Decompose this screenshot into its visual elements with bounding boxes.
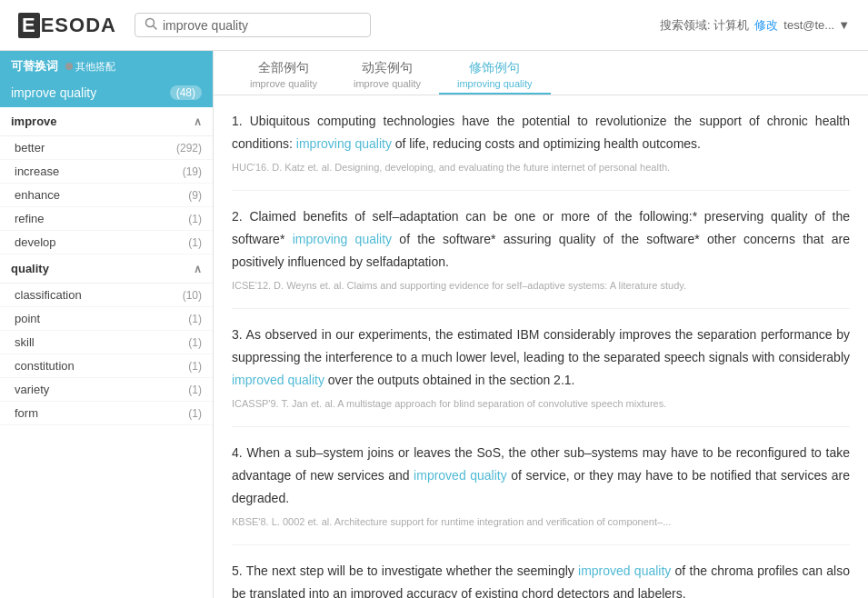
item-label-point: point	[15, 312, 40, 325]
item-count-develop: (1)	[188, 236, 202, 249]
other-match-label: 其他搭配	[75, 60, 115, 74]
modify-link[interactable]: 修改	[754, 17, 778, 34]
sentence-5-highlight: improved quality	[578, 563, 671, 578]
item-label-form: form	[15, 406, 38, 420]
sentence-block-3: 3. As observed in our experiments, the e…	[232, 309, 850, 427]
search-icon	[145, 17, 157, 33]
sidebar-query[interactable]: improve quality (48)	[0, 82, 213, 107]
logo-e-box: E	[18, 13, 40, 38]
item-count-form: (1)	[188, 407, 202, 420]
sidebar-replaceable-label: 可替换词	[11, 58, 58, 75]
item-count-point: (1)	[188, 313, 202, 325]
sidebar-item-form[interactable]: form (1)	[0, 402, 213, 425]
item-count-skill: (1)	[188, 336, 202, 349]
item-label-constitution: constitution	[15, 359, 75, 373]
item-count-increase: (19)	[183, 165, 202, 178]
sidebar-item-variety[interactable]: variety (1)	[0, 378, 213, 402]
header: EESODA 搜索领域: 计算机 修改 test@te... ▼	[0, 0, 868, 51]
sentence-ref-2: ICSE'12. D. Weyns et. al. Claims and sup…	[232, 279, 850, 293]
sentence-text-2: 2. Claimed benefits of self–adaptation c…	[232, 205, 850, 274]
tab-all-sentences[interactable]: 全部例句 improve quality	[232, 51, 335, 95]
sentence-ref-4: KBSE'8. L. 0002 et. al. Architecture sup…	[232, 515, 850, 529]
sidebar-section-quality: quality ∧ classification (10) point (1) …	[0, 254, 213, 425]
item-label-skill: skill	[15, 335, 35, 349]
sentence-3-highlight: improved quality	[232, 373, 324, 387]
search-input[interactable]	[163, 18, 361, 33]
item-label-refine: refine	[15, 212, 45, 225]
sentence-5-part-1: 5. The next step will be to investigate …	[232, 563, 578, 578]
sidebar-query-text: improve quality	[11, 85, 96, 100]
sentence-3-part-1: 3. As observed in our experiments, the e…	[232, 327, 850, 364]
tab-verb-cn: 动宾例句	[362, 60, 413, 76]
tab-all-en: improve quality	[250, 78, 317, 89]
sentence-text-5: 5. The next step will be to investigate …	[232, 560, 850, 598]
item-label-enhance: enhance	[15, 188, 60, 202]
tab-mod-cn: 修饰例句	[469, 60, 520, 76]
main-layout: 可替换词 其他搭配 improve quality (48) improve ∧…	[0, 51, 868, 598]
sentence-4-highlight: improved quality	[414, 468, 507, 483]
sentence-ref-3: ICASSP'9. T. Jan et. al. A multistage ap…	[232, 397, 850, 411]
logo: EESODA	[18, 13, 116, 38]
tabs-bar: 全部例句 improve quality 动宾例句 improve qualit…	[214, 51, 868, 95]
sidebar-item-refine[interactable]: refine (1)	[0, 207, 213, 231]
sentence-block-5: 5. The next step will be to investigate …	[232, 545, 850, 598]
sentence-text-1: 1. Ubiquitous computing technologies hav…	[232, 110, 850, 155]
dropdown-icon: ▼	[838, 18, 850, 32]
sentence-ref-1: HUC'16. D. Katz et. al. Designing, devel…	[232, 161, 850, 174]
item-count-constitution: (1)	[188, 360, 202, 373]
user-label: test@te...	[783, 18, 834, 32]
item-count-classification: (10)	[183, 289, 202, 302]
item-label-better: better	[15, 141, 45, 154]
item-count-variety: (1)	[188, 384, 202, 396]
tab-modifier[interactable]: 修饰例句 improving quality	[439, 51, 551, 95]
sidebar-section-header-quality[interactable]: quality ∧	[0, 254, 213, 284]
chevron-up-icon: ∧	[194, 115, 202, 128]
sidebar-header: 可替换词 其他搭配	[0, 51, 213, 82]
sentence-block-1: 1. Ubiquitous computing technologies hav…	[232, 95, 850, 191]
sidebar-item-develop[interactable]: develop (1)	[0, 231, 213, 254]
tab-mod-en: improving quality	[457, 78, 533, 89]
sentences-list: 1. Ubiquitous computing technologies hav…	[214, 95, 868, 598]
sidebar-item-constitution[interactable]: constitution (1)	[0, 354, 213, 378]
sidebar-item-increase[interactable]: increase (19)	[0, 160, 213, 184]
sentence-text-4: 4. When a sub–system joins or leaves the…	[232, 442, 850, 511]
item-count-refine: (1)	[188, 213, 202, 225]
dot-icon	[65, 63, 73, 70]
search-bar[interactable]	[135, 13, 371, 37]
logo-text: ESODA	[41, 14, 116, 36]
section-label-improve: improve	[11, 115, 57, 128]
item-label-develop: develop	[15, 235, 56, 249]
sentence-block-4: 4. When a sub–system joins or leaves the…	[232, 427, 850, 545]
sentence-3-part-2: over the outputs obtained in the section…	[324, 373, 575, 387]
content-area: 全部例句 improve quality 动宾例句 improve qualit…	[214, 51, 868, 598]
sidebar-item-skill[interactable]: skill (1)	[0, 331, 213, 354]
sentence-1-part-2: of life, reducing costs and optimizing h…	[392, 136, 701, 151]
item-count-better: (292)	[176, 142, 202, 154]
sidebar-item-enhance[interactable]: enhance (9)	[0, 184, 213, 207]
sidebar-other-match: 其他搭配	[65, 60, 115, 74]
user-menu[interactable]: test@te... ▼	[783, 18, 850, 32]
sidebar-item-classification[interactable]: classification (10)	[0, 284, 213, 307]
sidebar-item-point[interactable]: point (1)	[0, 307, 213, 331]
tab-verb-object[interactable]: 动宾例句 improve quality	[335, 51, 439, 95]
sentence-text-3: 3. As observed in our experiments, the e…	[232, 324, 850, 393]
sidebar: 可替换词 其他搭配 improve quality (48) improve ∧…	[0, 51, 214, 598]
item-label-increase: increase	[15, 164, 59, 178]
sidebar-item-better[interactable]: better (292)	[0, 136, 213, 160]
sentence-block-2: 2. Claimed benefits of self–adaptation c…	[232, 191, 850, 309]
item-count-enhance: (9)	[188, 189, 202, 202]
sidebar-section-header-improve[interactable]: improve ∧	[0, 107, 213, 136]
search-domain-label: 搜索领域: 计算机	[660, 17, 749, 34]
sentence-2-highlight: improving quality	[293, 232, 392, 246]
chevron-up-icon-2: ∧	[194, 263, 202, 275]
item-label-variety: variety	[15, 383, 49, 396]
item-label-classification: classification	[15, 288, 82, 302]
sidebar-count-badge: (48)	[170, 85, 202, 100]
header-right: 搜索领域: 计算机 修改 test@te... ▼	[660, 17, 850, 34]
tab-verb-en: improve quality	[354, 78, 421, 89]
svg-line-1	[153, 26, 156, 30]
sentence-1-highlight: improving quality	[296, 136, 392, 151]
section-label-quality: quality	[11, 262, 49, 275]
tab-all-cn: 全部例句	[258, 60, 309, 76]
sidebar-section-improve: improve ∧ better (292) increase (19) enh…	[0, 107, 213, 254]
